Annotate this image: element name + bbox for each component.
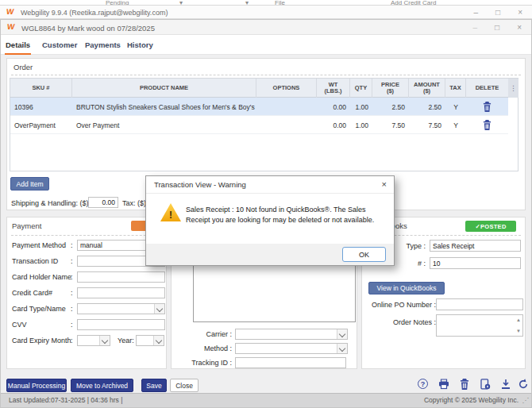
last-updated-text: Last Updated:07-31-2025 | 04:36 hrs | xyxy=(9,396,122,404)
dialog-titlebar: Transaction View - Warning × xyxy=(146,176,394,194)
move-to-archived-button[interactable]: Move to Archived xyxy=(71,379,133,392)
chevron-down-icon xyxy=(99,336,110,345)
cell-wt: 0.00 xyxy=(317,116,350,134)
dialog-message: Sales Receipt : 10 Not found in QuickBoo… xyxy=(186,205,387,225)
cell-tax: Y xyxy=(445,98,466,116)
credit-card-input[interactable] xyxy=(77,287,165,298)
column-header-wt: WT(LBS.) xyxy=(317,79,350,98)
download-icon[interactable] xyxy=(499,377,512,391)
tab-customer[interactable]: Customer xyxy=(42,40,77,49)
close-button[interactable]: × xyxy=(517,23,522,32)
cell-price: 2.50 xyxy=(372,98,409,116)
cell-amount: 2.50 xyxy=(409,98,445,116)
trash-icon[interactable] xyxy=(483,102,492,112)
help-icon[interactable]: ? xyxy=(416,377,430,391)
scroll-up-icon[interactable]: ▲ xyxy=(516,318,521,322)
maximize-button[interactable]: □ xyxy=(495,23,499,32)
order-notes-label: Order Notes : xyxy=(368,318,436,326)
copyright-text: Copyright © 2025 Webgility Inc. xyxy=(424,396,519,404)
tab-payments[interactable]: Payments xyxy=(85,40,121,49)
cell-product: Over Payment xyxy=(72,116,256,134)
background-file-label: File xyxy=(275,0,285,6)
carrier-select[interactable] xyxy=(235,329,348,340)
add-item-button[interactable]: Add Item xyxy=(10,177,49,191)
payment-section-title: Payment xyxy=(12,221,42,230)
delete-icon[interactable] xyxy=(457,377,471,391)
colon: : xyxy=(71,273,73,281)
card-type-select[interactable] xyxy=(77,303,165,314)
outer-window-title: Webgility 9.9.4 (Reetika.rajput@webgilit… xyxy=(21,9,168,17)
dialog-footer: OK xyxy=(146,244,394,265)
background-app-strip: Pending ▾ ▾ File Add Credit Card xyxy=(0,0,532,6)
column-header-product-name: PRODUCT NAME xyxy=(72,79,256,98)
save-button[interactable]: Save xyxy=(141,379,167,392)
dialog-close-icon[interactable]: × xyxy=(382,179,387,189)
cell-qty: 1.00 xyxy=(350,116,372,134)
order-notes-textarea[interactable]: ▲ ▼ xyxy=(436,314,523,337)
cell-qty: 1.00 xyxy=(350,98,372,116)
table-row[interactable]: OverPayment Over Payment 0.00 1.00 7.50 … xyxy=(10,116,508,134)
scroll-down-icon[interactable]: ▼ xyxy=(516,329,521,333)
background-add-credit-card-label: Add Credit Card xyxy=(391,0,436,6)
cell-amount: 7.50 xyxy=(409,116,445,134)
cell-sku: OverPayment xyxy=(10,116,72,134)
ship-method-select[interactable] xyxy=(235,343,348,354)
app-screen: Pending ▾ ▾ File Add Credit Card W Webgi… xyxy=(0,0,532,408)
table-header: SKU # PRODUCT NAME OPTIONS WT(LBS.) QTY … xyxy=(10,79,508,98)
ship-method-label: Method : xyxy=(172,344,232,352)
cvv-input[interactable] xyxy=(77,319,165,330)
close-button[interactable]: Close xyxy=(170,379,199,392)
card-type-label: Card Type/Name xyxy=(12,305,66,313)
shipping-handling-label: Shipping & Handling: ($) xyxy=(11,199,89,207)
manual-processing-button[interactable]: Manual Processing xyxy=(6,379,67,392)
background-pending-label: Pending xyxy=(106,0,129,6)
view-in-quickbooks-button[interactable]: View in QuickBooks xyxy=(368,282,445,294)
chevron-down-icon xyxy=(153,336,164,345)
tab-details[interactable]: Details xyxy=(6,40,30,49)
table-row[interactable]: 10396 BRUTON Stylish Sneakers Casual Sho… xyxy=(10,98,508,116)
card-holder-name-input[interactable] xyxy=(77,271,165,283)
order-section-title: Order xyxy=(13,63,33,71)
dialog-title: Transaction View - Warning xyxy=(154,180,246,189)
credit-card-label: Credit Card# xyxy=(12,289,52,297)
column-header-price: PRICE($) xyxy=(372,79,409,98)
colon: : xyxy=(71,289,73,297)
cell-product: BRUTON Stylish Sneakers Casual Shoes for… xyxy=(72,98,256,116)
qb-number-input[interactable] xyxy=(430,257,521,269)
maximize-button[interactable]: □ xyxy=(495,8,500,17)
shipping-handling-input[interactable] xyxy=(88,197,118,208)
cell-options xyxy=(256,116,317,134)
expiry-year-select[interactable] xyxy=(136,335,164,346)
column-header-qty: QTY xyxy=(350,79,372,98)
tab-history[interactable]: History xyxy=(127,40,153,49)
cell-tax: Y xyxy=(445,116,466,134)
card-holder-name-label: Card Holder Name xyxy=(12,273,71,281)
minimize-button[interactable]: – xyxy=(472,23,477,32)
close-button[interactable]: × xyxy=(518,8,522,17)
column-header-delete: DELETE xyxy=(466,79,508,98)
warning-icon: ! xyxy=(160,203,181,221)
cell-price: 7.50 xyxy=(372,116,409,134)
refresh-icon[interactable] xyxy=(516,377,530,391)
warning-dialog: Transaction View - Warning × ! Sales Rec… xyxy=(145,175,395,266)
column-header-options: OPTIONS xyxy=(256,79,317,98)
tracking-id-input[interactable] xyxy=(235,357,346,368)
cell-sku: 10396 xyxy=(10,98,72,116)
tab-bar: Details Customer Payments History xyxy=(1,35,531,55)
ok-button[interactable]: OK xyxy=(342,247,386,262)
column-options-menu-icon[interactable]: ⋮ xyxy=(508,79,519,98)
resize-grip-icon[interactable]: ⋰ xyxy=(522,396,530,404)
webgility-logo-icon: W xyxy=(6,7,14,16)
minimize-button[interactable]: – xyxy=(473,8,478,17)
cell-options xyxy=(256,98,317,116)
chevron-down-icon: ▾ xyxy=(179,0,183,6)
transaction-window-title: WGL8864 by Mark wood on 07/28/2025 xyxy=(21,24,155,33)
divider xyxy=(11,75,521,75)
qb-type-input[interactable] xyxy=(430,240,521,252)
chevron-down-icon: ▾ xyxy=(245,0,249,6)
print-icon[interactable] xyxy=(437,377,450,391)
expiry-month-select[interactable] xyxy=(77,335,110,346)
online-po-number-input[interactable] xyxy=(436,298,523,310)
trash-icon[interactable] xyxy=(483,120,492,130)
lock-document-icon[interactable] xyxy=(478,377,492,391)
